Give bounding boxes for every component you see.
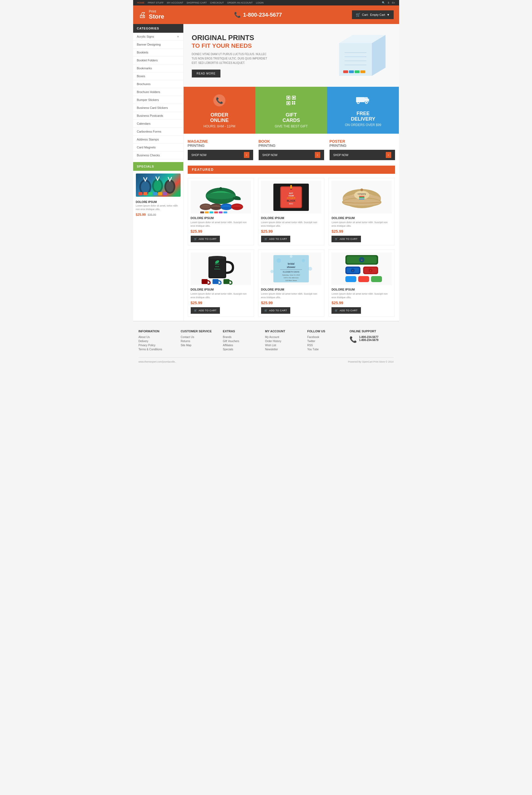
footer-link-affiliates[interactable]: Affiliates [223,344,260,347]
product-price: $25.99 [191,301,251,305]
feature-box-delivery[interactable]: FREEDELIVERY ON ORDERS OVER $99 [327,87,399,134]
shop-now-magazine-button[interactable]: SHOP NOW › [188,150,253,160]
printing-label: PRINTING [188,144,253,148]
nav-login[interactable]: LOGIN [256,1,264,4]
footer-link-vouchers[interactable]: Gift Vouchers [223,340,260,343]
footer-link-contact[interactable]: Contact Us [180,336,217,339]
cart-button[interactable]: 🛒 Cart: Empty Cart ▼ [352,11,394,19]
svg-text:Wide: Wide [215,266,219,267]
svg-point-99 [277,258,281,263]
svg-text:★: ★ [361,259,363,261]
printing-section: MAGAZINE PRINTING SHOP NOW › BOOK PRINTI… [184,134,399,163]
footer-link-twitter[interactable]: Twitter [307,340,344,343]
sidebar-item-address-stamps[interactable]: Address Stamps [133,136,183,144]
sidebar-item-label: Carbonless Forms [137,130,162,133]
product-desc: Lorem ipsum dolor sit amet tortor nibh. … [331,221,392,228]
add-to-cart-button-3[interactable]: 🛒 ADD TO CART [191,307,220,314]
footer-link-orders[interactable]: Order History [265,340,302,343]
footer-link-myaccount[interactable]: My Account [265,336,302,339]
sidebar-item-banner[interactable]: Banner Designing [133,41,183,49]
add-to-cart-button-0[interactable]: 🛒 ADD TO CART [191,236,220,242]
nav-checkout[interactable]: CHECKOUT [210,1,224,4]
read-more-button[interactable]: READ MORE [192,70,221,77]
nav-account[interactable]: MY ACCOUNT [167,1,183,4]
sidebar-item-acrylic[interactable]: Acrylic Signs ▼ [133,33,183,41]
nav-print[interactable]: PRINT STUFF [148,1,164,4]
hero-subtitle: TO FIT YOUR NEEDS [192,42,268,50]
footer-col-title: EXTRAS [223,329,260,333]
cart-icon: 🛒 [335,238,338,240]
sidebar-item-card-magnets[interactable]: Card Magnets [133,144,183,151]
svg-point-5 [154,180,161,191]
nav-order[interactable]: ORDER AN ACCOUNT [227,1,253,4]
currency-selector[interactable]: $ [388,1,389,4]
printing-book: BOOK PRINTING SHOP NOW › [259,139,324,160]
nav-home[interactable]: HOME [137,1,145,4]
sidebar-item-booklets[interactable]: Booklets [133,49,183,56]
add-to-cart-button-2[interactable]: 🛒 ADD TO CART [331,236,361,242]
product-name: DOLORE IPSUM [191,288,251,291]
svg-point-81 [354,191,369,200]
sidebar-item-brochure-holders[interactable]: Brochure Holders [133,88,183,96]
sidebar-item-calendars[interactable]: Calendars [133,120,183,128]
shop-now-book-button[interactable]: SHOP NOW › [259,150,324,160]
svg-point-56 [200,205,212,208]
sidebar-item-carbonless-forms[interactable]: Carbonless Forms [133,128,183,136]
svg-rect-13 [143,192,147,195]
sidebar-item-bookmarks[interactable]: Bookmarks [133,64,183,72]
svg-text:bridal: bridal [288,262,294,265]
footer-link-brands[interactable]: Brands [223,336,260,339]
svg-rect-65 [224,211,227,213]
footer-link-facebook[interactable]: Facebook [307,336,344,339]
shop-now-poster-button[interactable]: SHOP NOW › [329,150,395,160]
svg-rect-25 [343,70,348,73]
footer-link-terms[interactable]: Terms & Conditions [138,348,175,351]
svg-point-87 [360,189,363,191]
feature-box-subtitle: HOURS: 8AM - 11PM [204,125,235,128]
feature-box-gift[interactable]: GIFTCARDS GIVE THE BEST GIFT [255,87,327,134]
sidebar-item-label: Boxes [137,75,146,78]
nav-cart[interactable]: SHOPPING CART [187,1,207,4]
sidebar-item-business-postcards[interactable]: Business Postcards [133,112,183,120]
footer-link-specials[interactable]: Specials [223,348,260,351]
footer-link-wishlist[interactable]: Wish List [265,344,302,347]
footer-link-sitemap[interactable]: Site Map [180,344,217,347]
svg-rect-42 [292,103,293,105]
footer-link-newsletter[interactable]: Newsletter [265,348,302,351]
sidebar-item-brochures[interactable]: Brochures [133,80,183,88]
footer-link-about[interactable]: About Us [138,336,175,339]
footer-link-privacy[interactable]: Privacy Policy [138,344,175,347]
svg-rect-63 [214,211,218,213]
svg-rect-33 [288,97,289,98]
sidebar-item-label: Brochure Holders [137,90,160,94]
add-to-cart-button-4[interactable]: 🛒 ADD TO CART [261,307,290,314]
footer-col-information: INFORMATION About Us Delivery Privacy Po… [138,329,175,352]
add-to-cart-button-5[interactable]: 🛒 ADD TO CART [331,307,361,314]
feature-box-order[interactable]: 📞 ORDERONLINE HOURS: 8AM - 11PM [184,87,255,134]
sidebar-item-business-checks[interactable]: Business Checks [133,151,183,159]
cart-icon: 🛒 [194,238,197,240]
footer-link-youtube[interactable]: You Tube [307,348,344,351]
sidebar-item-business-card-stickers[interactable]: Business Card Stickers [133,104,183,112]
sidebar-item-bumper-stickers[interactable]: Bumper Stickers [133,96,183,104]
footer-link-delivery[interactable]: Delivery [138,340,175,343]
language-selector[interactable]: En [392,1,395,4]
svg-text:NOT: NOT [289,192,293,194]
logo-print: Print [149,10,164,13]
product-price: $25.99 [331,229,392,233]
svg-rect-51 [356,101,369,102]
specials-product-image [133,171,183,200]
sidebar-item-booklet-folders[interactable]: Booklet Folders [133,56,183,64]
svg-rect-16 [158,192,162,195]
svg-rect-17 [163,192,167,195]
product-card-hat: company name DOLORE IPSUM Lorem ipsum do… [328,178,395,245]
search-icon[interactable]: 🔍 [382,1,385,4]
logo[interactable]: 🖨 Print Store [138,10,164,20]
footer-link-rss[interactable]: RSS [307,344,344,347]
sidebar-item-label: Brochures [137,82,151,86]
sidebar-item-boxes[interactable]: Boxes [133,72,183,80]
svg-rect-12 [138,192,142,195]
footer-link-returns[interactable]: Returns [180,340,217,343]
add-to-cart-button-1[interactable]: 🛒 ADD TO CART [261,236,290,242]
featured-header: FEATURED [188,166,395,174]
